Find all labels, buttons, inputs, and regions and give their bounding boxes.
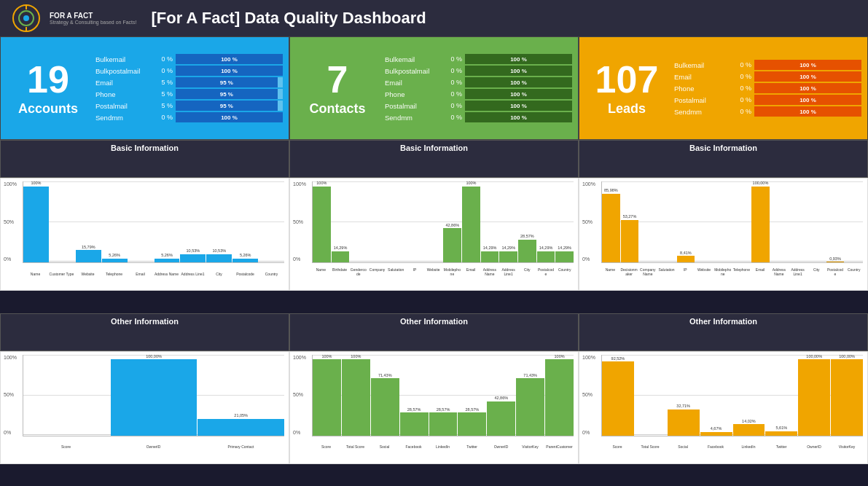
metric-row: Phone 0 % 100 % — [385, 89, 572, 99]
logo-subtitle: Strategy & Consulting based on Facts! — [50, 20, 136, 25]
accounts-label: Accounts — [18, 101, 78, 117]
metric-row: Postalmail 0 % 100 % — [385, 101, 572, 111]
metric-bar: 100 % — [465, 112, 572, 122]
metric-row: Email 0 % 100 % — [385, 77, 572, 87]
metric-name: Postalmail — [95, 102, 154, 110]
metric-bar: 100 % — [176, 54, 283, 64]
metric-bar: 100 % — [465, 101, 572, 111]
leads-basic-header: Basic Information — [579, 140, 868, 178]
metric-pct: 0 % — [735, 85, 751, 92]
contacts-metrics: Bulkemail 0 % 100 % Bulkpostalmail 0 % 1… — [385, 37, 578, 139]
metric-bar: 95 % — [176, 77, 278, 87]
metric-row: Postalmail 0 % 100 % — [674, 95, 861, 105]
metric-pct: 0 % — [446, 79, 462, 86]
contacts-basic-header: Basic Information — [289, 140, 579, 178]
metric-name: Bulkemail — [95, 55, 154, 63]
accounts-number: 19 — [27, 60, 69, 98]
metric-row: Sendmm 0 % 100 % — [385, 112, 572, 122]
metric-name: Sendmm — [385, 114, 443, 122]
accounts-basic-chart: 100%50%0% 100% 15,79% 5,26% 5,26% 10,53%… — [0, 178, 289, 291]
metric-bar: 100 % — [465, 66, 572, 76]
metric-row: Bulkpostalmail 0 % 100 % — [385, 66, 572, 76]
metric-bar: 100 % — [754, 60, 861, 70]
accounts-metrics: Bulkemail 0 % 100 % Bulkpostalmail 0 % 1… — [95, 37, 289, 139]
metric-pct: 0 % — [446, 90, 462, 98]
contacts-number: 7 — [327, 60, 348, 98]
metric-pct: 5 % — [157, 90, 173, 98]
leads-other-header: Other Information — [579, 313, 868, 351]
metric-pct: 5 % — [157, 79, 173, 86]
metric-name: Bulkpostalmail — [95, 67, 154, 75]
metric-name: Postalmail — [385, 102, 443, 110]
metric-row: Sendmm 0 % 100 % — [674, 106, 861, 117]
metric-row: Phone 5 % 95 % — [95, 89, 283, 99]
page-title: [For A Fact] Data Quality Dashboard — [151, 9, 426, 28]
metric-row: Bulkemail 0 % 100 % — [385, 54, 572, 64]
metric-pct: 0 % — [735, 96, 751, 103]
metric-row: Email 0 % 100 % — [674, 71, 861, 82]
svg-point-2 — [23, 15, 29, 21]
metric-bar: 100 % — [176, 66, 283, 76]
metric-name: Bulkpostalmail — [385, 67, 443, 75]
accounts-panel: 19 Accounts Bulkemail 0 % 100 % Bulkpost… — [0, 36, 289, 140]
metric-pct: 0 % — [157, 114, 173, 121]
accounts-basic-header: Basic Information — [0, 140, 289, 178]
metric-bar: 100 % — [754, 83, 861, 93]
metric-bar: 100 % — [465, 77, 572, 87]
metric-pct: 0 % — [735, 108, 751, 115]
metric-name: Email — [674, 73, 732, 81]
metric-row: Bulkemail 0 % 100 % — [674, 60, 861, 70]
logo-icon — [12, 4, 41, 33]
metric-name: Postalmail — [674, 96, 732, 104]
metric-name: Email — [95, 79, 154, 87]
metric-bar: 100 % — [754, 71, 861, 82]
contacts-other-header: Other Information — [289, 313, 579, 351]
contacts-label: Contacts — [309, 101, 365, 117]
metric-bar: 100 % — [465, 54, 572, 64]
metric-pct: 0 % — [157, 67, 173, 74]
accounts-other-header: Other Information — [0, 313, 289, 351]
metric-bar: 100 % — [754, 95, 861, 105]
leads-other-chart: 100%50%0% 92,52% 32,71% 4,67% 14,02% 5,6… — [579, 351, 868, 464]
metric-name: Sendmm — [674, 108, 732, 116]
metric-name: Phone — [385, 90, 443, 98]
metric-name: Phone — [95, 90, 154, 98]
metric-pct: 0 % — [446, 67, 462, 74]
main-grid: 19 Accounts Bulkemail 0 % 100 % Bulkpost… — [0, 36, 868, 486]
metric-pct: 0 % — [446, 102, 462, 109]
leads-label: Leads — [608, 101, 646, 117]
metric-name: Bulkemail — [385, 55, 443, 63]
metric-row: Postalmail 5 % 95 % — [95, 101, 283, 111]
contacts-other-chart: 100%50%0% 100% 100% 71,43% 28,57% 28,57%… — [289, 351, 579, 464]
metric-bar: 95 % — [176, 101, 278, 111]
metric-row: Email 5 % 95 % — [95, 77, 283, 87]
metric-pct: 0 % — [446, 55, 462, 63]
accounts-other-chart: 100%50%0% 100,00% 21,05% ScoreOwnerIDPri… — [0, 351, 289, 464]
contacts-basic-chart: 100%50%0% 100% 14,29% 42,86% — [289, 178, 579, 291]
metric-pct: 0 % — [735, 61, 751, 68]
metric-row: Sendmm 0 % 100 % — [95, 112, 283, 122]
logo-title: FOR A FACT — [50, 12, 136, 20]
metric-row: Phone 0 % 100 % — [674, 83, 861, 93]
metric-bar: 100 % — [176, 112, 283, 122]
metric-name: Email — [385, 79, 443, 87]
metric-name: Bulkemail — [674, 61, 732, 69]
leads-metrics: Bulkemail 0 % 100 % Email 0 % 100 % Phon… — [674, 37, 867, 139]
metric-bar: 100 % — [465, 89, 572, 99]
metric-name: Phone — [674, 85, 732, 93]
leads-basic-chart: 100%50%0% 85,98% 53,27% 8,41% — [579, 178, 868, 291]
metric-name: Sendmm — [95, 114, 154, 122]
metric-pct: 0 % — [735, 73, 751, 80]
metric-bar: 100 % — [754, 106, 861, 117]
metric-row: Bulkpostalmail 0 % 100 % — [95, 66, 283, 76]
header: FOR A FACT Strategy & Consulting based o… — [0, 0, 868, 36]
leads-number: 107 — [595, 60, 659, 98]
metric-pct: 5 % — [157, 102, 173, 109]
metric-pct: 0 % — [157, 55, 173, 63]
metric-pct: 0 % — [446, 114, 462, 121]
contacts-panel: 7 Contacts Bulkemail 0 % 100 % Bulkposta… — [289, 36, 579, 140]
metric-row: Bulkemail 0 % 100 % — [95, 54, 283, 64]
leads-panel: 107 Leads Bulkemail 0 % 100 % Email 0 % … — [579, 36, 868, 140]
metric-bar: 95 % — [176, 89, 278, 99]
